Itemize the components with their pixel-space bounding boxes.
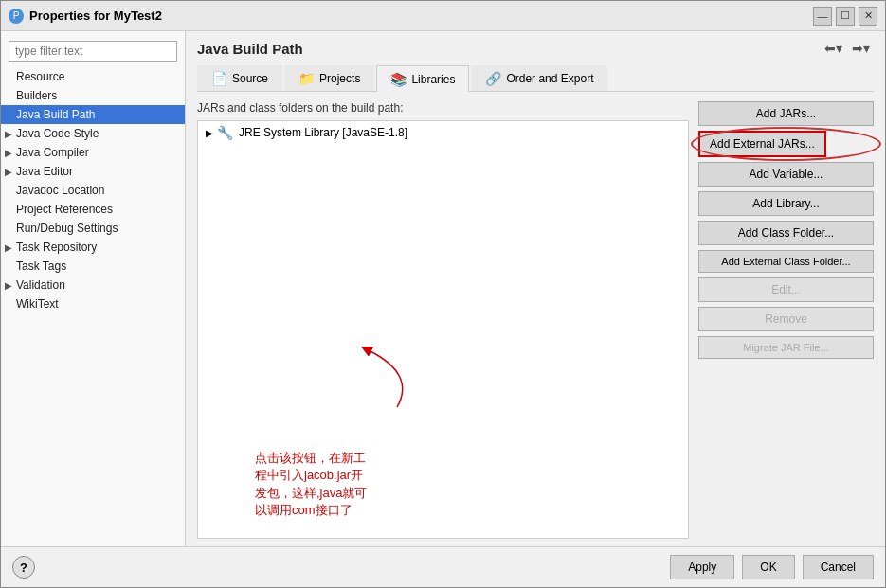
sidebar-item-javadoc-location[interactable]: Javadoc Location	[1, 181, 185, 200]
sidebar: Resource Builders Java Build Path ▶ Java…	[1, 31, 186, 546]
sidebar-item-builders[interactable]: Builders	[1, 86, 185, 105]
sidebar-item-task-tags[interactable]: Task Tags	[1, 257, 185, 276]
forward-button[interactable]: ➡▾	[848, 39, 874, 58]
sidebar-item-label: Task Tags	[16, 259, 66, 273]
migrate-jar-button: Migrate JAR File...	[698, 336, 874, 359]
ok-button[interactable]: OK	[742, 555, 794, 579]
sidebar-item-run-debug[interactable]: Run/Debug Settings	[1, 219, 185, 238]
window-controls: — ☐ ✕	[813, 7, 877, 26]
dialog-icon: P	[9, 9, 24, 24]
expand-arrow-icon: ▶	[5, 167, 12, 177]
library-icon: 🔧	[217, 125, 233, 140]
sidebar-item-java-editor[interactable]: ▶ Java Editor	[1, 162, 185, 181]
expand-arrow-icon: ▶	[5, 280, 12, 291]
apply-button[interactable]: Apply	[670, 555, 734, 579]
expand-arrow-icon: ▶	[5, 148, 12, 158]
sidebar-item-wikitext[interactable]: WikiText	[1, 294, 185, 313]
sidebar-item-label: Java Code Style	[16, 127, 99, 140]
add-variable-button[interactable]: Add Variable...	[698, 162, 874, 187]
add-class-folder-button[interactable]: Add Class Folder...	[698, 221, 874, 245]
main-header: Java Build Path ⬅▾ ➡▾	[197, 39, 874, 58]
close-button[interactable]: ✕	[859, 7, 877, 26]
nav-buttons: ⬅▾ ➡▾	[821, 39, 874, 58]
sidebar-item-label: Resource	[16, 70, 64, 83]
help-button[interactable]: ?	[12, 556, 35, 579]
sidebar-item-label: Validation	[16, 278, 65, 292]
minimize-button[interactable]: —	[813, 7, 832, 26]
annotation-text: 点击该按钮，在新工 程中引入jacob.jar开 发包，这样,java就可 以调…	[255, 450, 367, 519]
footer-right: Apply OK Cancel	[670, 555, 874, 579]
tab-bar: 📄 Source 📁 Projects 📚 Libraries 🔗 Order …	[197, 65, 874, 92]
edit-button: Edit...	[698, 277, 874, 302]
buttons-panel: Add JARs... Add External JARs... Add Var…	[698, 101, 874, 539]
sidebar-item-task-repository[interactable]: ▶ Task Repository	[1, 238, 185, 257]
remove-button: Remove	[698, 307, 874, 331]
jar-item-label: JRE System Library [JavaSE-1.8]	[239, 126, 407, 139]
tab-label: Order and Export	[506, 72, 593, 85]
add-external-class-folder-button[interactable]: Add External Class Folder...	[698, 250, 874, 273]
sidebar-item-project-references[interactable]: Project References	[1, 200, 185, 219]
jar-item-jre[interactable]: ▶ 🔧 JRE System Library [JavaSE-1.8]	[198, 121, 688, 144]
order-tab-icon: 🔗	[485, 71, 501, 86]
tab-label: Libraries	[411, 73, 455, 86]
sidebar-item-label: Javadoc Location	[16, 184, 104, 197]
tab-source[interactable]: 📄 Source	[197, 65, 282, 91]
add-external-jars-wrap: Add External JARs...	[698, 131, 874, 157]
sidebar-item-resource[interactable]: Resource	[1, 67, 185, 86]
footer-left: ?	[12, 556, 35, 579]
properties-dialog: P Properties for MyTest2 — ☐ ✕ Resource …	[0, 0, 886, 588]
tab-label: Source	[232, 72, 268, 85]
add-external-jars-button[interactable]: Add External JARs...	[698, 131, 826, 157]
expand-arrow-icon: ▶	[5, 242, 12, 253]
maximize-button[interactable]: ☐	[836, 7, 855, 26]
source-tab-icon: 📄	[211, 71, 227, 86]
cancel-button[interactable]: Cancel	[803, 555, 874, 579]
jar-list-area: JARs and class folders on the build path…	[197, 101, 689, 539]
sidebar-item-label: Task Repository	[16, 241, 97, 254]
title-bar: P Properties for MyTest2 — ☐ ✕	[1, 1, 885, 31]
filter-input[interactable]	[9, 41, 177, 62]
dialog-footer: ? Apply OK Cancel	[1, 546, 885, 587]
sidebar-item-validation[interactable]: ▶ Validation	[1, 276, 185, 294]
sidebar-item-java-compiler[interactable]: ▶ Java Compiler	[1, 143, 185, 162]
expand-jar-icon: ▶	[206, 128, 213, 138]
section-title: Java Build Path	[197, 41, 303, 57]
sidebar-item-label: WikiText	[16, 297, 59, 311]
back-button[interactable]: ⬅▾	[821, 39, 846, 58]
sidebar-item-label: Run/Debug Settings	[16, 222, 118, 235]
sidebar-item-label: Java Editor	[16, 165, 73, 178]
sidebar-item-label: Java Compiler	[16, 146, 89, 159]
sidebar-item-label: Project References	[16, 203, 113, 216]
add-jars-button[interactable]: Add JARs...	[698, 101, 874, 126]
annotation-area: 点击该按钮，在新工 程中引入jacob.jar开 发包，这样,java就可 以调…	[255, 450, 367, 519]
tab-label: Projects	[319, 72, 360, 85]
tab-order-export[interactable]: 🔗 Order and Export	[471, 65, 607, 91]
main-content: Java Build Path ⬅▾ ➡▾ 📄 Source 📁 Project…	[186, 31, 885, 546]
jar-list[interactable]: ▶ 🔧 JRE System Library [JavaSE-1.8]	[197, 120, 689, 539]
tab-libraries[interactable]: 📚 Libraries	[376, 65, 469, 92]
jar-list-label: JARs and class folders on the build path…	[197, 101, 689, 115]
sidebar-item-label: Java Build Path	[16, 108, 95, 121]
expand-arrow-icon: ▶	[5, 129, 12, 139]
add-library-button[interactable]: Add Library...	[698, 191, 874, 216]
sidebar-item-java-build-path[interactable]: Java Build Path	[1, 105, 185, 124]
dialog-title: Properties for MyTest2	[29, 9, 813, 23]
annotation-arrow-svg	[340, 346, 454, 412]
content-area: JARs and class folders on the build path…	[197, 101, 874, 539]
libraries-tab-icon: 📚	[390, 72, 407, 87]
dialog-body: Resource Builders Java Build Path ▶ Java…	[1, 31, 885, 546]
projects-tab-icon: 📁	[298, 71, 315, 86]
sidebar-item-java-code-style[interactable]: ▶ Java Code Style	[1, 124, 185, 143]
tab-projects[interactable]: 📁 Projects	[284, 65, 374, 91]
sidebar-item-label: Builders	[16, 89, 57, 102]
